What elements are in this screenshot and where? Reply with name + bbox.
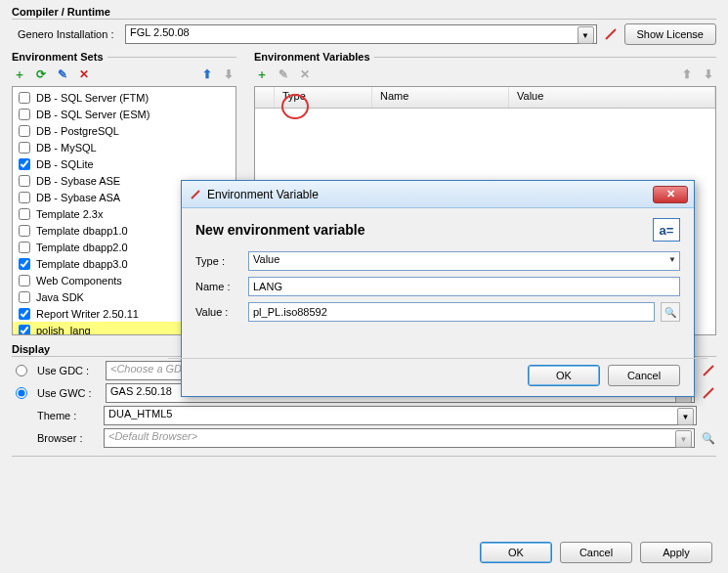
env-sets-toolbar: ＋ ⟳ ✎ ✕ ⬆ ⬇ [12, 63, 236, 86]
bottom-buttons: OK Cancel Apply [480, 542, 712, 563]
list-item-checkbox[interactable] [19, 225, 30, 237]
dialog-body: New environment variable a= Type : Value… [182, 208, 694, 352]
show-license-button[interactable]: Show License [624, 23, 717, 45]
add-env-set-icon[interactable]: ＋ [12, 66, 27, 82]
svg-line-0 [606, 29, 616, 39]
dialog-cancel-button[interactable]: Cancel [608, 365, 680, 386]
ok-button[interactable]: OK [480, 542, 552, 563]
list-item-label: DB - SQLite [36, 158, 94, 170]
env-vars-table-header: Type Name Value [255, 87, 715, 109]
svg-line-3 [192, 191, 199, 198]
cancel-button[interactable]: Cancel [560, 542, 632, 563]
apply-button[interactable]: Apply [640, 542, 712, 563]
use-gwc-radio[interactable] [16, 387, 27, 399]
type-label: Type : [195, 255, 242, 267]
env-sets-heading: Environment Sets [12, 51, 236, 63]
compiler-runtime-heading: Compiler / Runtime [12, 6, 716, 20]
list-item-label: polish_lang [36, 325, 91, 336]
list-item[interactable]: DB - SQL Server (ESM) [13, 106, 236, 122]
list-item-checkbox[interactable] [19, 125, 30, 137]
list-item-label: Template dbapp1.0 [36, 225, 128, 237]
dialog-heading: New environment variable [195, 222, 365, 238]
use-gwc-label: Use GWC : [37, 387, 100, 399]
col-type[interactable]: Type [275, 87, 372, 108]
list-item-label: Web Components [36, 275, 122, 286]
list-item-checkbox[interactable] [19, 242, 30, 253]
list-item-checkbox[interactable] [19, 208, 30, 220]
list-item-checkbox[interactable] [19, 325, 30, 336]
genero-value: FGL 2.50.08 [130, 26, 190, 38]
add-env-var-icon[interactable]: ＋ [254, 66, 270, 82]
list-item-checkbox[interactable] [19, 308, 30, 320]
col-value[interactable]: Value [509, 87, 715, 108]
edit-env-var-icon: ✎ [276, 66, 291, 82]
dialog-ok-button[interactable]: OK [528, 365, 600, 386]
list-item-checkbox[interactable] [19, 258, 30, 270]
list-item-label: DB - Sybase ASE [36, 175, 120, 187]
type-combo[interactable]: Value [248, 251, 680, 271]
value-input[interactable] [248, 302, 655, 322]
gwc-setting-icon[interactable] [701, 385, 716, 401]
dialog-title: Environment Variable [203, 188, 653, 201]
list-item-label: DB - SQL Server (FTM) [36, 92, 149, 104]
svg-line-2 [704, 388, 713, 398]
theme-value: DUA_HTML5 [108, 408, 172, 419]
preferences-window: Compiler / Runtime Genero Installation :… [0, 0, 728, 573]
genero-setting-icon[interactable] [603, 26, 619, 42]
genero-row: Genero Installation : FGL 2.50.08 Show L… [12, 23, 716, 45]
list-item-checkbox[interactable] [19, 158, 30, 170]
type-value: Value [253, 253, 279, 265]
value-label: Value : [195, 306, 242, 318]
list-item-checkbox[interactable] [19, 92, 30, 104]
list-item-label: Java SDK [36, 291, 84, 303]
gwc-value: GAS 2.50.18 [110, 385, 172, 397]
dialog-close-icon[interactable]: ✕ [653, 186, 688, 203]
list-item-checkbox[interactable] [19, 192, 30, 203]
theme-label: Theme : [37, 410, 98, 421]
var-move-down-icon: ⬇ [701, 66, 716, 82]
list-item-checkbox[interactable] [19, 275, 30, 286]
list-item-checkbox[interactable] [19, 109, 30, 120]
edit-env-set-icon[interactable]: ✎ [55, 66, 70, 82]
browser-combo[interactable]: <Default Browser> [104, 428, 695, 448]
list-item-label: DB - Sybase ASA [36, 192, 120, 203]
list-item-label: DB - MySQL [36, 142, 97, 154]
genero-installation-combo[interactable]: FGL 2.50.08 [125, 24, 597, 44]
env-vars-toolbar: ＋ ✎ ✕ ⬆ ⬇ [254, 63, 716, 86]
list-item-label: Template 2.3x [36, 208, 103, 220]
dialog-titlebar[interactable]: Environment Variable ✕ [182, 181, 694, 208]
value-browse-icon[interactable]: 🔍 [661, 302, 680, 322]
col-name[interactable]: Name [372, 87, 509, 108]
list-item[interactable]: DB - SQL Server (FTM) [13, 89, 236, 106]
use-gdc-radio[interactable] [16, 365, 27, 376]
refresh-env-set-icon[interactable]: ⟳ [33, 66, 49, 82]
browser-label: Browser : [37, 432, 98, 444]
delete-env-var-icon: ✕ [297, 66, 313, 82]
list-item-checkbox[interactable] [19, 291, 30, 303]
name-input[interactable] [248, 277, 680, 296]
list-item-label: DB - SQL Server (ESM) [36, 109, 150, 120]
svg-line-1 [704, 366, 713, 375]
move-down-icon: ⬇ [221, 66, 236, 82]
move-up-icon[interactable]: ⬆ [199, 66, 215, 82]
list-item-label: Template dbapp2.0 [36, 242, 128, 253]
list-item[interactable]: DB - PostgreSQL [13, 122, 236, 139]
delete-env-set-icon[interactable]: ✕ [76, 66, 92, 82]
env-vars-heading: Environment Variables [254, 51, 716, 63]
dialog-env-icon: a= [653, 218, 680, 242]
env-sets-title: Environment Sets [12, 51, 104, 63]
env-var-dialog: Environment Variable ✕ New environment v… [181, 180, 695, 397]
list-item-label: DB - PostgreSQL [36, 125, 119, 137]
browser-value: <Default Browser> [108, 430, 197, 442]
browser-search-icon[interactable]: 🔍 [701, 430, 716, 446]
gdc-setting-icon[interactable] [701, 363, 716, 378]
list-item-checkbox[interactable] [19, 142, 30, 154]
use-gdc-label: Use GDC : [37, 365, 100, 376]
var-move-up-icon: ⬆ [679, 66, 695, 82]
theme-combo[interactable]: DUA_HTML5 [104, 406, 697, 425]
name-label: Name : [195, 281, 242, 292]
list-item-checkbox[interactable] [19, 175, 30, 187]
list-item[interactable]: DB - MySQL [13, 139, 236, 155]
list-item[interactable]: DB - SQLite [13, 155, 236, 172]
list-item-label: Template dbapp3.0 [36, 258, 128, 270]
